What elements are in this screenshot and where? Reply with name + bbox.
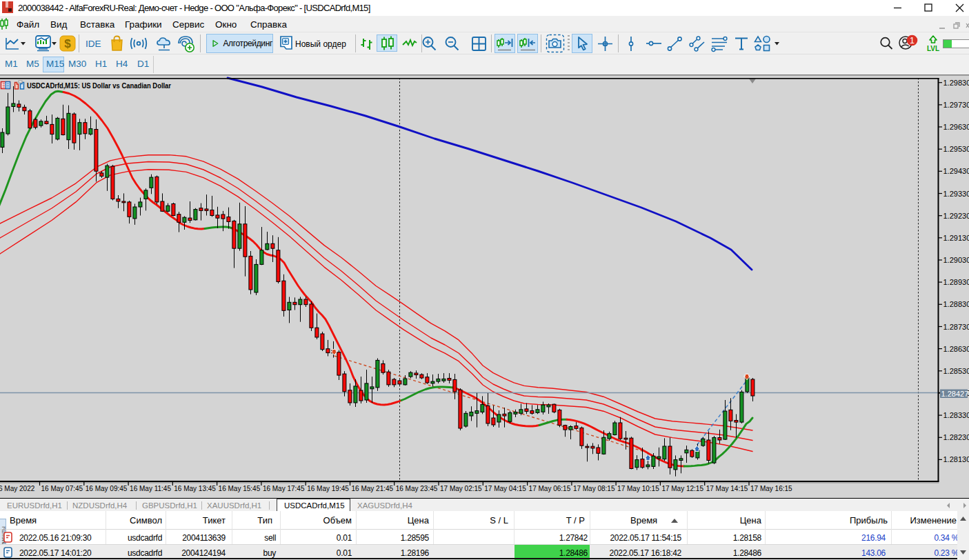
- svg-text:17 May 08:15: 17 May 08:15: [573, 485, 615, 492]
- svg-text:16 May 23:45: 16 May 23:45: [396, 485, 438, 492]
- svg-text:1.29330: 1.29330: [943, 190, 969, 198]
- svg-text:1.29030: 1.29030: [943, 256, 969, 264]
- svg-text:1.28330: 1.28330: [943, 411, 969, 419]
- svg-text:17 May 06:15: 17 May 06:15: [529, 485, 571, 492]
- svg-text:17 May 12:15: 17 May 12:15: [661, 485, 703, 492]
- svg-text:17 May 16:15: 17 May 16:15: [750, 485, 792, 492]
- svg-text:1.28630: 1.28630: [943, 345, 969, 353]
- svg-text:16 May 17:45: 16 May 17:45: [263, 485, 305, 492]
- svg-text:17 May 10:15: 17 May 10:15: [617, 485, 659, 492]
- svg-text:16 May 21:45: 16 May 21:45: [352, 485, 394, 492]
- svg-text:1.29630: 1.29630: [943, 123, 969, 131]
- svg-text:1: 1: [910, 36, 915, 46]
- svg-text:1.29130: 1.29130: [943, 234, 969, 242]
- svg-text:16 May 15:45: 16 May 15:45: [219, 485, 261, 492]
- svg-text:17 May 14:15: 17 May 14:15: [706, 485, 748, 492]
- svg-text:1.28427: 1.28427: [941, 390, 969, 398]
- svg-text:1.29230: 1.29230: [943, 212, 969, 220]
- svg-text:16 May 11:45: 16 May 11:45: [130, 485, 171, 492]
- svg-text:17 May 02:15: 17 May 02:15: [440, 485, 482, 492]
- svg-text:16 May 07:45: 16 May 07:45: [41, 485, 83, 492]
- svg-text:16 May 19:45: 16 May 19:45: [307, 485, 349, 492]
- svg-text:1.29730: 1.29730: [943, 101, 969, 109]
- svg-text:1.29530: 1.29530: [943, 145, 969, 153]
- svg-text:17 May 04:15: 17 May 04:15: [484, 485, 526, 492]
- svg-text:$: $: [64, 37, 71, 50]
- svg-text:6 May 2022: 6 May 2022: [0, 485, 35, 492]
- svg-text:LVL: LVL: [927, 45, 939, 52]
- svg-text:1.29430: 1.29430: [943, 167, 969, 175]
- svg-text:1.28830: 1.28830: [943, 300, 969, 308]
- svg-text:1.28130: 1.28130: [943, 455, 969, 463]
- svg-text:1.28930: 1.28930: [943, 278, 969, 286]
- svg-text:1.28730: 1.28730: [943, 323, 969, 331]
- svg-text:USDCADrfd,M15: US Dollar vs C: USDCADrfd,M15: US Dollar vs Canadian Dol…: [27, 82, 171, 90]
- svg-text:1.29830: 1.29830: [943, 79, 969, 87]
- svg-text:1.28530: 1.28530: [943, 367, 969, 375]
- svg-text:16 May 13:45: 16 May 13:45: [174, 485, 216, 492]
- svg-text:16 May 09:45: 16 May 09:45: [86, 485, 128, 492]
- svg-text:1.28230: 1.28230: [943, 433, 969, 441]
